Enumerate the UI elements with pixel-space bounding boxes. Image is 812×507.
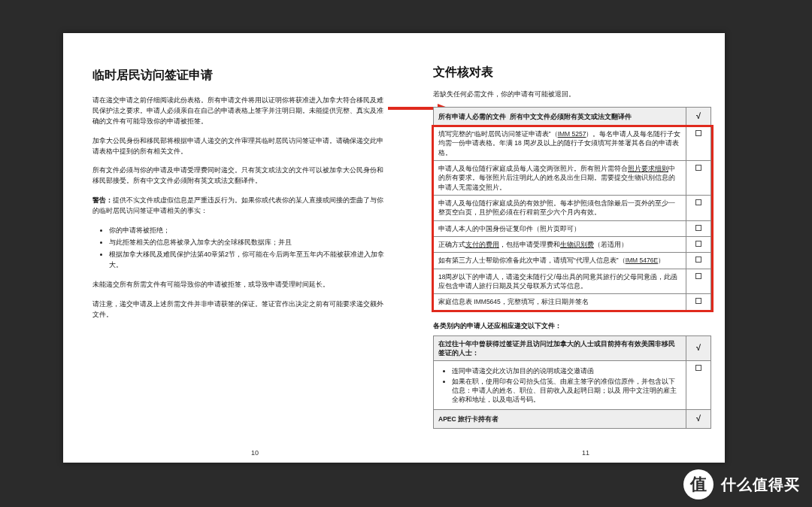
inner-bullets: 连同申请递交此次访加目的的说明或递交邀请函 如果在职，使用印有公司抬头信笺、由雇… [438,366,681,404]
document-page: 临时居民访问签证申请 请在递交申请之前仔细阅读此份表格。所有申请文件将用以证明你… [63,33,725,463]
table-row: 填写完整的“临时居民访问签证申请表”（IMM 5257）。每名申请人及每名随行子… [434,126,711,161]
right-title: 文件核对表 [433,63,711,80]
table-row: 申请人及每位随行家庭成员的有效护照。每本护照须包含除最后一页外的至少一整页空白页… [434,196,711,221]
section-label: 各类别内的申请人还应相应递交以下文件： [433,321,711,331]
row-text: 申请人及每位随行家庭成员的有效护照。每本护照须包含除最后一页外的至少一整页空白页… [434,196,686,221]
left-p5: 请注意，递交申请及上述所需文件并非申请获签的保证。签证官作出决定之前有可能要求递… [92,299,389,320]
warn-text: 提供不实文件或虚假信息是严重违反行为。如果你或代表你的某人直接或间接的歪曲了与你… [92,196,383,214]
page-number-left: 10 [251,449,259,457]
table-row: 18周岁以下的申请人，请递交未随行父/母出具的同意其旅行的父母同意函，此函应包含… [434,269,711,294]
row-text: 家庭信息表 IMM5645，完整填写，标注日期并签名 [434,294,686,310]
t1-header-b: 所有中文文件必须附有英文或法文翻译件 [510,113,632,120]
bullet: 如果在职，使用印有公司抬头信笺、由雇主签字的准假信原件，并包含以下信息：申请人的… [452,377,681,405]
checklist-table-1: 所有申请人必需的文件 所有中文文件必须附有英文或法文翻译件 √ 填写完整的“临时… [433,107,711,310]
photo-reqs-link[interactable]: 照片要求细则 [628,165,668,172]
form-link[interactable]: IMM 5257 [558,130,586,138]
left-p2: 加拿大公民身份和移民部将根据申请人递交的文件审理其临时居民访问签证申请。请确保递… [92,136,389,157]
right-column: 文件核对表 若缺失任何必需文件，你的申请有可能被退回。 所有申请人必需的文件 所… [433,63,711,429]
table-row: 正确方式支付的费用，包括申请受理费和生物识别费（若适用） [434,236,711,252]
checklist-redbox-wrap: 所有申请人必需的文件 所有中文文件必须附有英文或法文翻译件 √ 填写完整的“临时… [433,107,711,310]
checkbox-cell[interactable] [686,269,711,294]
left-warning-item: 你的申请将被拒绝； [109,226,389,236]
t1-header-a: 所有申请人必需的文件 [438,113,506,120]
row-text: 18周岁以下的申请人，请递交未随行父/母出具的同意其旅行的父母同意函，此函应包含… [434,269,686,294]
form-link[interactable]: IMM 5476E [626,257,658,264]
left-p1: 请在递交申请之前仔细阅读此份表格。所有申请文件将用以证明你将获准进入加拿大符合移… [92,96,389,127]
table-row: 连同申请递交此次访加目的的说明或递交邀请函 如果在职，使用印有公司抬头信笺、由雇… [434,361,711,410]
left-warning-item: 与此拒签相关的信息将被录入加拿大的全球移民数据库；并且 [109,238,389,248]
badge-text: 什么值得买 [721,475,800,495]
t2-mark: √ [686,335,711,361]
row-text: 申请人及每位随行家庭成员每人递交两张照片。所有照片需符合照片要求细则中的所有要求… [434,161,686,196]
checkbox-cell[interactable] [686,361,711,410]
warn-label: 警告： [92,196,113,204]
left-warning-list: 你的申请将被拒绝； 与此拒签相关的信息将被录入加拿大的全球移民数据库；并且 根据… [92,226,389,271]
checkbox-cell[interactable] [686,220,711,236]
t2-header: 在过往十年中曾获得过签证并且访问过加拿大的人士或目前持有有效美国非移民签证的人士… [434,335,686,361]
row-text: 连同申请递交此次访加目的的说明或递交邀请函 如果在职，使用印有公司抬头信笺、由雇… [434,361,686,410]
left-warning: 警告：提供不实文件或虚假信息是严重违反行为。如果你或代表你的某人直接或间接的歪曲… [92,196,389,217]
checkbox-cell[interactable] [686,161,711,196]
checkbox-cell[interactable] [686,294,711,310]
checkbox-cell[interactable] [686,253,711,269]
watermark-badge: 值 什么值得买 [683,469,800,499]
table-row: 申请人本人的中国身份证复印件（照片页即可） [434,220,711,236]
table-row: 家庭信息表 IMM5645，完整填写，标注日期并签名 [434,294,711,310]
row-text: 填写完整的“临时居民访问签证申请表”（IMM 5257）。每名申请人及每名随行子… [434,126,686,161]
left-title: 临时居民访问签证申请 [92,66,389,85]
bullet: 连同申请递交此次访加目的的说明或递交邀请函 [452,366,681,375]
t1-header: 所有申请人必需的文件 所有中文文件必须附有英文或法文翻译件 [434,108,686,126]
t2-footer-mark: √ [686,410,711,429]
row-text: 正确方式支付的费用，包括申请受理费和生物识别费（若适用） [434,236,686,252]
checkbox-cell[interactable] [686,236,711,252]
page-number-right: 11 [582,449,589,457]
table-row: 申请人及每位随行家庭成员每人递交两张照片。所有照片需符合照片要求细则中的所有要求… [434,161,711,196]
checkbox-cell[interactable] [686,196,711,221]
checklist-table-2: 在过往十年中曾获得过签证并且访问过加拿大的人士或目前持有有效美国非移民签证的人士… [433,335,711,430]
row-text: 如有第三方人士帮助你准备此次申请，请填写“代理人信息表”（IMM 5476E） [434,253,686,269]
left-p3: 所有文件必须与你的申请及申请受理费同时递交。只有英文或法文的文件可以被加拿大公民… [92,165,389,187]
row-text: 申请人本人的中国身份证复印件（照片页即可） [434,220,686,236]
badge-circle: 值 [683,469,714,499]
t1-mark: √ [686,108,711,126]
left-p4: 未能递交所有所需文件有可能导致你的申请被拒签，或导致申请受理时间延长。 [92,280,389,290]
checkbox-cell[interactable] [686,126,711,161]
left-warning-item: 根据加拿大移民及难民保护法第40章第2节，你可能在今后两年至五年内不能被获准进入… [109,250,389,271]
left-column: 临时居民访问签证申请 请在递交申请之前仔细阅读此份表格。所有申请文件将用以证明你… [92,66,389,329]
table-row: 如有第三方人士帮助你准备此次申请，请填写“代理人信息表”（IMM 5476E） [434,253,711,269]
right-intro: 若缺失任何必需文件，你的申请有可能被退回。 [433,90,711,99]
t2-footer: APEC 旅行卡持有者 [434,410,686,429]
